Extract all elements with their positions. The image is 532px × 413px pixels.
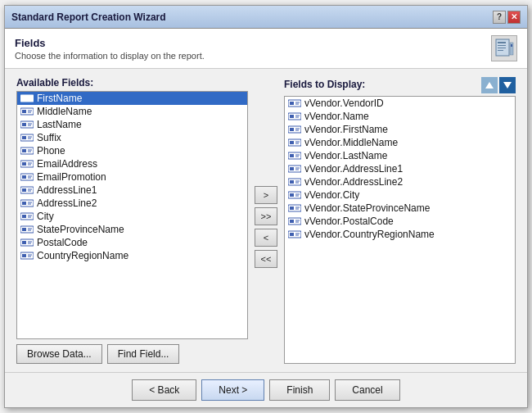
svg-rect-48 xyxy=(22,228,26,231)
field-type-icon xyxy=(288,125,301,134)
display-field-item[interactable]: vVendor.CountryRegionName xyxy=(285,228,515,241)
sort-down-button[interactable] xyxy=(499,77,516,93)
sort-up-button[interactable] xyxy=(481,77,498,93)
display-fields-label: Fields to Display: xyxy=(284,79,365,90)
svg-rect-56 xyxy=(22,254,26,257)
svg-rect-20 xyxy=(22,136,26,139)
display-field-item[interactable]: vVendor.Name xyxy=(285,110,515,123)
fields-row: Available Fields: FirstName MiddleName L… xyxy=(16,77,516,364)
available-field-item[interactable]: StateProvinceName xyxy=(17,223,247,236)
display-field-item[interactable]: vVendor.StateProvinceName xyxy=(285,202,515,215)
field-type-icon xyxy=(20,134,34,142)
available-field-item[interactable]: PostalCode xyxy=(17,236,247,249)
available-field-item[interactable]: MiddleName xyxy=(17,105,247,118)
svg-rect-24 xyxy=(22,149,26,152)
available-field-item[interactable]: CountryRegionName xyxy=(17,249,247,262)
arrow-up-icon xyxy=(485,80,494,90)
dialog-title: Standard Report Creation Wizard xyxy=(11,11,166,23)
available-field-item[interactable]: AddressLine1 xyxy=(17,184,247,197)
available-field-item[interactable]: City xyxy=(17,210,247,223)
svg-rect-1 xyxy=(498,42,506,43)
svg-rect-4 xyxy=(498,50,503,51)
section-title: Fields xyxy=(15,37,205,49)
arrow-down-icon xyxy=(503,80,512,90)
field-type-icon xyxy=(20,252,34,260)
available-field-item[interactable]: AddressLine2 xyxy=(17,197,247,210)
cancel-button[interactable]: Cancel xyxy=(335,379,399,401)
field-type-icon xyxy=(20,173,34,181)
field-type-icon xyxy=(20,238,34,247)
close-button[interactable]: ✕ xyxy=(507,11,521,24)
next-button[interactable]: Next > xyxy=(201,379,264,401)
svg-rect-40 xyxy=(22,202,26,205)
display-field-item[interactable]: vVendor.City xyxy=(285,188,515,202)
move-right-button[interactable]: > xyxy=(255,186,277,204)
dialog-window: Standard Report Creation Wizard ? ✕ Fiel… xyxy=(4,5,528,408)
svg-rect-36 xyxy=(22,188,26,192)
svg-rect-2 xyxy=(498,45,506,46)
svg-rect-52 xyxy=(22,241,26,244)
transfer-buttons: > >> < << xyxy=(248,90,284,364)
field-type-icon xyxy=(20,94,34,102)
field-type-icon xyxy=(288,217,301,225)
back-button[interactable]: < Back xyxy=(132,379,196,401)
svg-rect-78 xyxy=(290,154,294,157)
svg-rect-32 xyxy=(22,175,26,179)
svg-rect-8 xyxy=(22,97,26,100)
display-fields-list[interactable]: vVendor.VendorID vVendor.Name vVendor.Fi… xyxy=(284,96,516,364)
field-type-icon xyxy=(20,212,34,220)
header-icon xyxy=(491,35,517,61)
svg-rect-62 xyxy=(290,102,294,105)
field-type-icon xyxy=(288,152,301,160)
svg-marker-60 xyxy=(503,82,512,88)
field-type-icon xyxy=(288,230,301,238)
display-field-item[interactable]: vVendor.FirstName xyxy=(285,123,515,136)
available-field-item[interactable]: EmailPromotion xyxy=(17,170,247,184)
sort-arrows xyxy=(481,77,516,93)
field-type-icon xyxy=(20,199,34,207)
move-all-right-button[interactable]: >> xyxy=(255,207,277,225)
field-type-icon xyxy=(20,107,34,116)
field-type-icon xyxy=(288,204,301,212)
display-fields-header: Fields to Display: xyxy=(284,77,516,93)
available-field-item[interactable]: FirstName xyxy=(17,92,247,105)
header-text: Fields Choose the information to display… xyxy=(15,37,205,61)
svg-rect-86 xyxy=(290,180,294,184)
available-field-item[interactable]: Suffix xyxy=(17,131,247,144)
display-field-item[interactable]: vVendor.AddressLine2 xyxy=(285,175,515,188)
field-type-icon xyxy=(20,147,34,155)
field-type-icon xyxy=(288,112,301,120)
help-button[interactable]: ? xyxy=(493,11,506,24)
field-type-icon xyxy=(288,191,301,199)
svg-rect-82 xyxy=(290,167,294,170)
svg-rect-102 xyxy=(290,233,294,236)
browse-data-button[interactable]: Browse Data... xyxy=(16,344,102,364)
svg-rect-70 xyxy=(290,128,294,131)
footer: < Back Next > Finish Cancel xyxy=(5,372,527,407)
svg-rect-90 xyxy=(290,193,294,197)
available-field-item[interactable]: EmailAddress xyxy=(17,157,247,170)
svg-rect-12 xyxy=(22,110,26,113)
display-field-item[interactable]: vVendor.PostalCode xyxy=(285,215,515,228)
available-field-item[interactable]: LastName xyxy=(17,118,247,131)
report-icon xyxy=(494,39,514,58)
field-type-icon xyxy=(20,225,34,234)
find-field-button[interactable]: Find Field... xyxy=(107,344,180,364)
svg-rect-6 xyxy=(511,44,512,47)
display-field-item[interactable]: vVendor.AddressLine1 xyxy=(285,162,515,175)
display-field-item[interactable]: vVendor.VendorID xyxy=(285,97,515,110)
display-field-item[interactable]: vVendor.MiddleName xyxy=(285,136,515,149)
move-all-left-button[interactable]: << xyxy=(255,250,277,268)
display-field-item[interactable]: vVendor.LastName xyxy=(285,149,515,162)
available-fields-list[interactable]: FirstName MiddleName LastName Suffix Pho… xyxy=(16,91,248,339)
field-type-icon xyxy=(288,138,301,147)
available-field-item[interactable]: Phone xyxy=(17,144,247,157)
field-type-icon xyxy=(20,186,34,194)
svg-rect-94 xyxy=(290,206,294,210)
svg-rect-3 xyxy=(498,48,506,48)
field-type-icon xyxy=(20,160,34,168)
svg-rect-66 xyxy=(290,115,294,118)
move-left-button[interactable]: < xyxy=(255,229,277,247)
finish-button[interactable]: Finish xyxy=(269,379,330,401)
field-type-icon xyxy=(288,99,301,107)
